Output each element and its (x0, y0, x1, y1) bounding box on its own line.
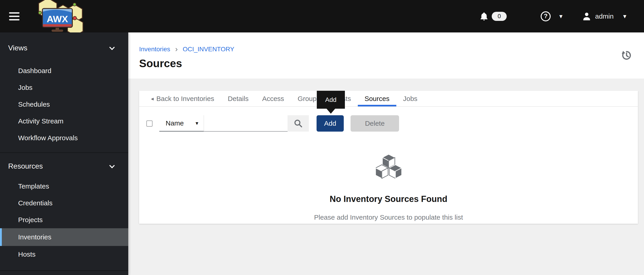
main-content: Inventories › OCI_INVENTORY Sources ◂ Ba… (128, 33, 644, 275)
caret-down-icon: ▾ (559, 13, 562, 20)
sidebar-resources-list: Templates Credentials Projects Inventori… (0, 178, 128, 263)
awx-logo-image: AWX (33, 0, 85, 33)
search-filter-group: Name ▾ (159, 115, 309, 132)
history-icon (621, 50, 632, 61)
awx-logo[interactable]: AWX (33, 0, 85, 33)
filter-attribute-value: Name (166, 119, 184, 127)
sidebar-divider (0, 270, 128, 271)
add-button[interactable]: Add (316, 115, 344, 132)
sidebar-nav: Views Dashboard Jobs Schedules Activity … (0, 33, 128, 275)
back-arrow-icon: ◂ (151, 96, 154, 102)
logo-text: AWX (47, 14, 68, 24)
tooltip-label: Add (325, 96, 336, 103)
sidebar-item-schedules[interactable]: Schedules (0, 96, 128, 113)
activity-history-button[interactable] (621, 50, 632, 61)
empty-state-message: Please add Inventory Sources to populate… (139, 213, 638, 221)
notifications-count-badge[interactable]: 0 (492, 12, 507, 21)
toolbar: Name ▾ Add Delete (139, 115, 638, 132)
sidebar-group-views[interactable]: Views (0, 41, 128, 55)
select-all-checkbox[interactable] (146, 120, 152, 127)
page-header-band: Inventories › OCI_INVENTORY Sources (128, 33, 644, 79)
sidebar-item-templates[interactable]: Templates (0, 178, 128, 195)
tab-bar: ◂ Back to Inventories Details Access Gro… (139, 91, 638, 107)
sidebar-item-workflow-approvals[interactable]: Workflow Approvals (0, 130, 128, 146)
user-menu[interactable]: admin ▾ (582, 12, 626, 21)
empty-state-title: No Inventory Sources Found (139, 194, 638, 204)
user-icon (582, 12, 592, 21)
search-button[interactable] (288, 115, 309, 132)
sidebar-item-activity-stream[interactable]: Activity Stream (0, 113, 128, 130)
chevron-right-icon: › (175, 45, 178, 54)
logo-green-dot (73, 3, 76, 6)
sidebar-group-resources[interactable]: Resources (0, 159, 128, 173)
delete-button[interactable]: Delete (350, 115, 399, 132)
sidebar-group-label: Views (8, 44, 28, 52)
nav-toggle-button[interactable] (9, 9, 24, 24)
logo-red-dot (73, 16, 76, 20)
help-dropdown-toggle[interactable]: ▾ (551, 13, 562, 20)
filter-attribute-select[interactable]: Name ▾ (159, 115, 204, 132)
cubes-icon (375, 154, 402, 179)
tab-details[interactable]: Details (221, 91, 256, 106)
breadcrumb-link-oci-inventory[interactable]: OCI_INVENTORY (183, 46, 234, 53)
tab-access[interactable]: Access (256, 91, 291, 106)
breadcrumb-link-inventories[interactable]: Inventories (139, 46, 170, 53)
logo-green-dot (38, 11, 42, 14)
page-title: Sources (139, 57, 644, 70)
sidebar-item-jobs[interactable]: Jobs (0, 79, 128, 96)
sidebar-divider (0, 152, 128, 153)
add-button-tooltip: Add (317, 91, 345, 109)
sidebar-item-projects[interactable]: Projects (0, 211, 128, 228)
header-actions: 0 ? ▾ admin ▾ (480, 11, 626, 21)
chevron-down-icon (109, 45, 115, 50)
tab-jobs[interactable]: Jobs (396, 91, 424, 106)
help-icon[interactable]: ? (541, 11, 551, 21)
sources-card: ◂ Back to Inventories Details Access Gro… (139, 91, 638, 224)
search-icon (294, 119, 303, 128)
sidebar-item-dashboard[interactable]: Dashboard (0, 62, 128, 79)
username-label: admin (595, 13, 614, 20)
chevron-down-icon (109, 163, 115, 168)
sidebar-item-inventories[interactable]: Inventories (0, 228, 128, 246)
caret-down-icon: ▾ (623, 13, 626, 20)
sidebar-item-hosts[interactable]: Hosts (0, 246, 128, 263)
bell-icon (480, 11, 488, 21)
sidebar-views-list: Dashboard Jobs Schedules Activity Stream… (0, 62, 128, 146)
sidebar-group-label: Resources (8, 162, 43, 170)
sidebar-item-credentials[interactable]: Credentials (0, 195, 128, 211)
top-header: AWX 0 ? ▾ admin ▾ (0, 0, 644, 33)
search-input[interactable] (204, 115, 288, 132)
tab-sources[interactable]: Sources (358, 91, 396, 106)
caret-down-icon: ▾ (196, 120, 198, 126)
empty-state: No Inventory Sources Found Please add In… (139, 154, 638, 221)
notifications-button[interactable] (480, 11, 488, 21)
breadcrumb: Inventories › OCI_INVENTORY (139, 45, 644, 54)
tab-back-to-inventories[interactable]: ◂ Back to Inventories (144, 91, 221, 106)
